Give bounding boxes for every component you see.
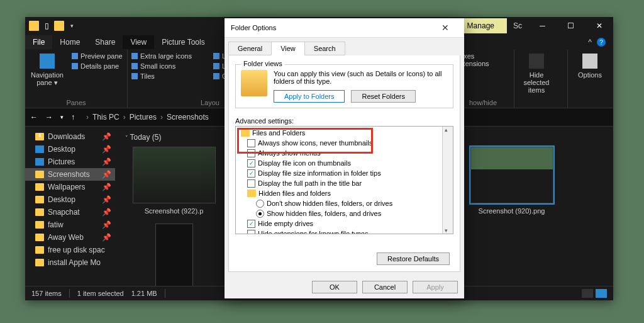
qat-icon[interactable] bbox=[54, 21, 64, 31]
tab-search[interactable]: Search bbox=[304, 42, 345, 55]
advanced-settings-label: Advanced settings: bbox=[235, 117, 453, 125]
nav-screenshots[interactable]: Screenshots📌 bbox=[25, 168, 115, 181]
setting-hide-ext[interactable]: Hide extensions for known file types bbox=[238, 229, 450, 234]
restore-defaults-button[interactable]: Restore Defaults bbox=[377, 252, 450, 265]
nav-pictures[interactable]: Pictures📌 bbox=[25, 156, 115, 168]
setting-full-path-title[interactable]: Display the full path in the title bar bbox=[238, 178, 450, 188]
setting-hide-empty[interactable]: ✓Hide empty drives bbox=[238, 218, 450, 229]
dialog-tabs: General View Search bbox=[225, 38, 464, 55]
dialog-body: Folder views You can apply this view (su… bbox=[228, 55, 460, 272]
setting-show-hidden[interactable]: Show hidden files, folders, and drives bbox=[238, 208, 450, 218]
view-thumbnails-icon[interactable] bbox=[596, 289, 607, 298]
breadcrumb[interactable]: ›This PC›Pictures›Screenshots bbox=[86, 113, 209, 122]
layout-small[interactable]: Small icons bbox=[131, 62, 207, 70]
folder-icon bbox=[247, 190, 256, 197]
help-icon[interactable]: ? bbox=[597, 38, 606, 47]
setting-dont-show-hidden[interactable]: Don't show hidden files, folders, or dri… bbox=[238, 198, 450, 208]
qat-dropdown-icon[interactable]: ▾ bbox=[67, 21, 77, 31]
tab-file[interactable]: File bbox=[25, 35, 52, 49]
apply-to-folders-button[interactable]: Apply to Folders bbox=[274, 90, 345, 103]
pin-icon: 📌 bbox=[102, 208, 111, 217]
pin-icon: 📌 bbox=[102, 220, 111, 229]
apply-button[interactable]: Apply bbox=[413, 281, 458, 293]
folder-options-dialog: Folder Options ✕ General View Search Fol… bbox=[225, 18, 464, 298]
ok-button[interactable]: OK bbox=[312, 281, 357, 293]
nav-apple[interactable]: install Apple Mo bbox=[25, 256, 115, 269]
navigation-pane-button[interactable]: Navigation pane ▾ bbox=[29, 51, 65, 99]
tab-home[interactable]: Home bbox=[52, 35, 87, 49]
nav-awayweb[interactable]: Away Web📌 bbox=[25, 231, 115, 244]
view-details-icon[interactable] bbox=[582, 289, 593, 298]
group-panes: Panes bbox=[29, 99, 123, 106]
hide-selected-button[interactable]: Hide selected items bbox=[518, 51, 555, 94]
pin-icon: 📌 bbox=[102, 145, 111, 154]
tab-view[interactable]: View bbox=[123, 35, 154, 49]
forward-button[interactable]: → bbox=[44, 113, 54, 122]
dialog-footer: OK Cancel Apply bbox=[225, 276, 464, 298]
maximize-button[interactable]: ☐ bbox=[557, 17, 585, 35]
pin-icon: 📌 bbox=[102, 132, 111, 141]
group-legend: Folder views bbox=[241, 60, 285, 67]
pin-icon: 📌 bbox=[102, 170, 111, 179]
close-button[interactable]: ✕ bbox=[433, 23, 458, 33]
setting-file-icon-thumb[interactable]: ✓Display file icon on thumbnails bbox=[238, 158, 450, 168]
file-item[interactable]: Screenshot (919).p bbox=[125, 224, 223, 286]
nav-freeup[interactable]: free up disk spac bbox=[25, 244, 115, 256]
tab-picture-tools[interactable]: Picture Tools bbox=[154, 35, 212, 49]
window-title: Sc bbox=[507, 21, 528, 30]
layout-extra-large[interactable]: Extra large icons bbox=[131, 52, 207, 60]
file-item[interactable]: Screenshot (922).p bbox=[125, 147, 223, 215]
setting-hidden-group: Hidden files and folders bbox=[238, 188, 450, 198]
folder-icon bbox=[241, 70, 267, 96]
pin-icon: 📌 bbox=[102, 233, 111, 242]
up-button[interactable]: ↑ bbox=[70, 113, 76, 122]
nav-downloads[interactable]: Downloads📌 bbox=[25, 130, 115, 143]
setting-always-icons[interactable]: Always show icons, never thumbnails bbox=[238, 138, 450, 148]
status-item-count: 157 items bbox=[31, 290, 62, 297]
scrollbar[interactable] bbox=[442, 127, 453, 234]
folder-views-text: You can apply this view (such as Details… bbox=[274, 70, 448, 85]
history-dropdown[interactable]: ▾ bbox=[59, 114, 65, 120]
dialog-title: Folder Options bbox=[231, 24, 276, 31]
folder-icon bbox=[29, 21, 39, 31]
advanced-settings-list[interactable]: Files and Folders Always show icons, nev… bbox=[235, 126, 453, 234]
navigation-tree: Downloads📌 Desktop📌 Pictures📌 Screenshot… bbox=[25, 127, 115, 286]
collapse-ribbon-icon[interactable]: ^ bbox=[588, 38, 592, 47]
layout-tiles[interactable]: Tiles bbox=[131, 72, 207, 80]
status-size: 1.21 MB bbox=[131, 290, 157, 297]
setting-file-size-tips[interactable]: ✓Display file size information in folder… bbox=[238, 168, 450, 178]
folder-icon bbox=[241, 129, 250, 137]
file-item-selected[interactable]: Screenshot (920).png bbox=[463, 147, 560, 215]
nav-wallpapers[interactable]: Wallpapers📌 bbox=[25, 181, 115, 193]
tab-share[interactable]: Share bbox=[87, 35, 123, 49]
pin-icon: 📌 bbox=[102, 157, 111, 166]
tree-root: Files and Folders bbox=[238, 128, 450, 138]
tab-general[interactable]: General bbox=[228, 42, 272, 55]
setting-always-menus[interactable]: Always show menus bbox=[238, 148, 450, 158]
cancel-button[interactable]: Cancel bbox=[362, 281, 408, 293]
back-button[interactable]: ← bbox=[29, 113, 39, 122]
status-selection: 1 item selected bbox=[77, 290, 124, 297]
nav-desktop[interactable]: Desktop📌 bbox=[25, 143, 115, 156]
nav-fatiw[interactable]: fatiw📌 bbox=[25, 218, 115, 231]
tab-view[interactable]: View bbox=[271, 42, 305, 55]
options-button[interactable]: Options bbox=[572, 51, 608, 79]
minimize-button[interactable]: ─ bbox=[528, 17, 557, 35]
qat-icon[interactable]: ▯ bbox=[42, 21, 52, 31]
pin-icon: 📌 bbox=[102, 183, 111, 191]
dialog-titlebar: Folder Options ✕ bbox=[225, 18, 464, 38]
reset-folders-button[interactable]: Reset Folders bbox=[351, 90, 415, 103]
preview-pane-button[interactable]: Preview pane bbox=[72, 52, 123, 60]
nav-snapchat[interactable]: Snapchat📌 bbox=[25, 206, 115, 218]
nav-desktop2[interactable]: Desktop📌 bbox=[25, 193, 115, 206]
details-pane-button[interactable]: Details pane bbox=[72, 62, 123, 70]
folder-views-group: Folder views You can apply this view (su… bbox=[235, 64, 453, 108]
close-button[interactable]: ✕ bbox=[585, 17, 613, 35]
pin-icon: 📌 bbox=[102, 195, 111, 204]
